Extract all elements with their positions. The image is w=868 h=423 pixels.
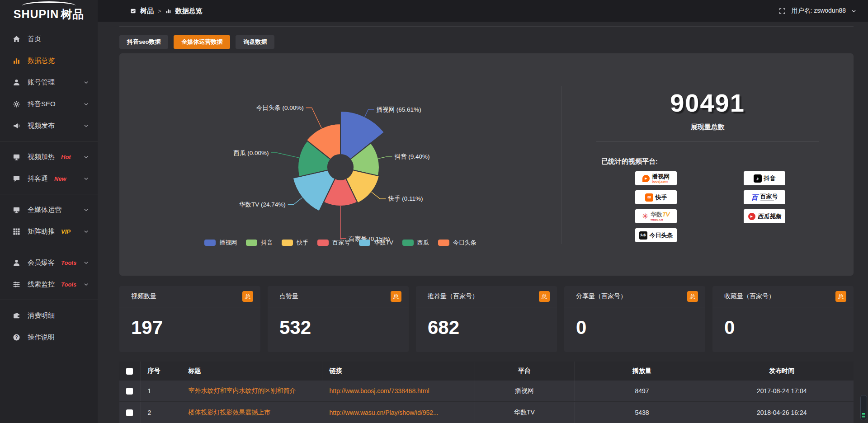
sidebar-item-数据总览[interactable]: 数据总览 [0, 50, 98, 71]
breadcrumb-separator: > [158, 8, 161, 14]
legend-swatch [317, 240, 329, 246]
cell-url-link[interactable]: http://www.wasu.cn/Play/show/id/952... [322, 402, 475, 423]
chevron-down-icon [84, 80, 89, 85]
stat-card-value: 0 [564, 307, 705, 337]
total-badge[interactable]: 总 [539, 291, 550, 302]
overview-card: 播视网 (65.61%)抖音 (9.40%)快手 (0.11%)百家号 (0.1… [119, 53, 854, 276]
legend-item-今日头条[interactable]: 今日头条 [438, 239, 476, 247]
platform-badge-华数TV: ✳华数TVwasu.cn [635, 209, 677, 223]
sidebar-item-全媒体运营[interactable]: 全媒体运营 [0, 199, 98, 221]
chevron-down-icon [84, 155, 89, 160]
sidebar-item-账号管理[interactable]: 账号管理 [0, 71, 98, 93]
pie-label-快手: 快手 (0.11%) [388, 195, 423, 202]
stat-card-header: 收藏量（百家号）总 [712, 286, 854, 307]
column-header-序号: 序号 [140, 362, 181, 381]
sidebar-item-tag: Tools [61, 281, 76, 288]
cell-title-link[interactable]: 室外水纹灯和室内水纹灯的区别和简介 [181, 381, 322, 402]
legend-swatch [282, 240, 293, 246]
legend-label: 华数TV [374, 239, 393, 247]
cell-index: 1 [140, 381, 181, 402]
stat-card-value: 682 [416, 307, 557, 337]
username-label[interactable]: 用户名: zswodun88 [791, 7, 846, 15]
stat-card-label: 推荐量（百家号） [428, 292, 478, 301]
chevron-down-icon[interactable] [851, 9, 856, 14]
user-icon [13, 79, 22, 86]
breadcrumb-item-current: 数据总览 [175, 7, 203, 15]
sidebar-item-消费明细[interactable]: 消费明细 [0, 305, 98, 326]
kuaishou-logo-icon: 88 [645, 193, 653, 202]
total-impressions-value: 90491 [561, 90, 854, 116]
sidebar-item-抖客通[interactable]: 抖客通New [0, 168, 98, 189]
wasu-logo-icon: ✳ [642, 213, 648, 220]
breadcrumb-item[interactable]: 树品 [140, 7, 154, 15]
pie-label-播视网: 播视网 (65.61%) [377, 106, 421, 113]
total-impressions-label: 展现量总数 [561, 123, 854, 132]
pie-label-华数TV: 华数TV (24.74%) [239, 201, 286, 208]
legend-swatch [204, 240, 216, 246]
column-header-链接: 链接 [322, 362, 475, 381]
column-header-标题: 标题 [181, 362, 322, 381]
pie-leader-line [306, 108, 322, 128]
stat-card-label: 点赞量 [279, 292, 298, 301]
select-all-cell [119, 362, 140, 381]
sidebar-item-会员爆客[interactable]: 会员爆客Tools [0, 252, 98, 273]
sidebar-item-tag: Hot [61, 154, 71, 160]
data-tabs: 抖音seo数据全媒体运营数据询盘数据 [119, 35, 280, 49]
summary-panel: 90491 展现量总数 已统计的视频平台: ▶播视网boosj.com88快手✳… [561, 53, 854, 276]
sidebar-item-label: 线索监控 [28, 280, 55, 289]
total-badge[interactable]: 总 [687, 291, 698, 302]
sidebar-item-操作说明[interactable]: ?操作说明 [0, 326, 98, 348]
scrollbar-widget[interactable] [860, 395, 867, 420]
sidebar-divider [0, 194, 98, 194]
legend-item-西瓜[interactable]: 西瓜 [402, 239, 429, 247]
stat-card-点赞量: 点赞量总532 [268, 286, 409, 352]
sidebar-item-tag: VIP [61, 228, 71, 235]
legend-item-快手[interactable]: 快手 [282, 239, 308, 247]
tab-抖音seo数据[interactable]: 抖音seo数据 [119, 35, 168, 49]
sidebar-item-线索监控[interactable]: 线索监控Tools [0, 273, 98, 295]
legend-item-播视网[interactable]: 播视网 [204, 239, 237, 247]
sidebar-item-视频发布[interactable]: 视频发布 [0, 115, 98, 136]
sidebar-item-label: 消费明细 [28, 311, 55, 320]
home-icon [13, 35, 22, 43]
legend-item-抖音[interactable]: 抖音 [246, 239, 273, 247]
sidebar-item-视频加热[interactable]: 视频加热Hot [0, 146, 98, 168]
app-logo[interactable]: SHUPIN树品 [0, 0, 98, 22]
legend-item-百家号[interactable]: 百家号 [317, 239, 350, 247]
stat-card-value: 0 [712, 307, 854, 337]
boosj-logo-icon: ▶ [642, 175, 650, 182]
chevron-down-icon [84, 176, 89, 181]
sidebar-item-抖音SEO[interactable]: 抖音SEO [0, 93, 98, 115]
total-badge[interactable]: 总 [835, 291, 846, 302]
toutiao-logo-icon: 头条 [639, 231, 647, 240]
tab-全媒体运营数据[interactable]: 全媒体运营数据 [174, 35, 230, 49]
fullscreen-icon[interactable] [779, 8, 786, 14]
select-all-checkbox[interactable] [126, 368, 133, 375]
column-header-发布时间: 发布时间 [710, 362, 854, 381]
tab-询盘数据[interactable]: 询盘数据 [236, 35, 274, 49]
sidebar-item-首页[interactable]: 首页 [0, 28, 98, 50]
pie-leader-line [372, 192, 386, 199]
cell-platform: 播视网 [475, 381, 574, 402]
sidebar-item-矩阵助推[interactable]: 矩阵助推VIP [0, 221, 98, 242]
svg-text:?: ? [15, 335, 18, 340]
sidebar-item-label: 视频发布 [28, 122, 55, 130]
logo-text: SHUPIN树品 [14, 9, 84, 20]
row-checkbox[interactable] [126, 388, 133, 395]
breadcrumb-app-icon [130, 8, 136, 14]
xigua-logo-icon: ▶ [748, 213, 755, 220]
chart-icon [13, 57, 22, 65]
total-badge[interactable]: 总 [242, 291, 253, 302]
chevron-down-icon [84, 102, 89, 107]
legend-item-华数TV[interactable]: 华数TV [359, 239, 393, 247]
row-select-cell [119, 381, 140, 402]
monitor-icon [13, 206, 22, 214]
cell-url-link[interactable]: http://www.boosj.com/7338468.html [322, 381, 475, 402]
cell-title-link[interactable]: 楼体投影灯投影效果震撼上市 [181, 402, 322, 423]
pie-label-抖音: 抖音 (9.40%) [394, 153, 429, 160]
stat-card-header: 分享量（百家号）总 [564, 286, 705, 307]
pie-leader-line [340, 206, 346, 239]
stat-card-value: 197 [119, 307, 260, 337]
row-checkbox[interactable] [126, 409, 133, 416]
total-badge[interactable]: 总 [391, 291, 401, 302]
